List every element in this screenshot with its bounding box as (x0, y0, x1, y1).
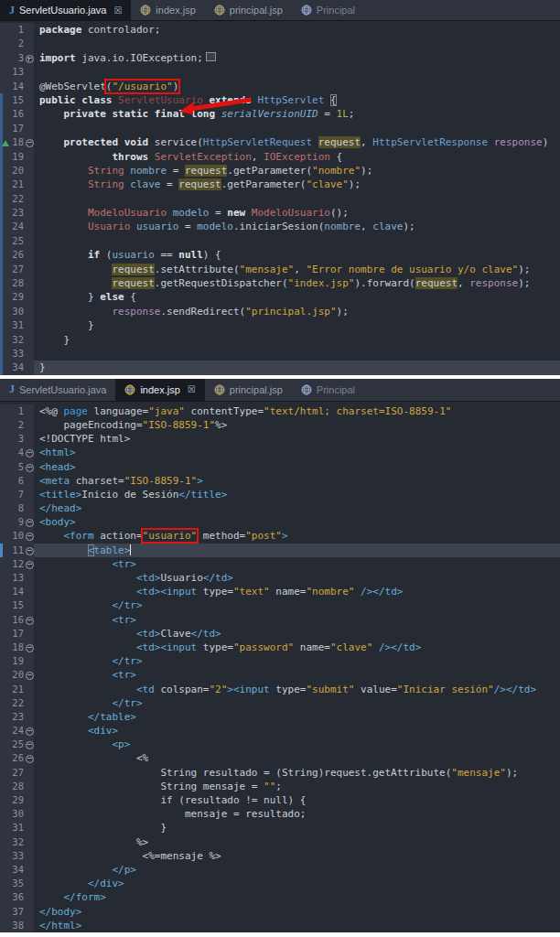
code-line[interactable]: 30 response.sendRedirect("principal.jsp"… (0, 305, 560, 318)
fold-expanded-marker[interactable] (26, 519, 34, 527)
code-text[interactable]: request.getRequestDispatcher("index.jsp"… (34, 276, 560, 290)
code-line[interactable]: 32 } (0, 333, 560, 347)
fold-expanded-marker[interactable] (26, 617, 34, 625)
code-line[interactable]: 21 String clave = request.getParameter("… (0, 178, 560, 191)
code-text[interactable]: } (34, 821, 560, 835)
code-text[interactable]: <%=mensaje %> (34, 849, 560, 863)
code-line[interactable]: 13 <td>Usuario</td> (0, 571, 560, 585)
code-text[interactable]: </div> (34, 877, 560, 890)
code-text[interactable]: </tr> (34, 654, 560, 668)
code-text[interactable]: <!DOCTYPE html> (34, 432, 560, 446)
code-line[interactable]: 27 String resultado = (String)request.ge… (0, 766, 560, 780)
code-text[interactable] (34, 192, 560, 206)
code-text[interactable]: private static final long serialVersionU… (34, 107, 560, 121)
code-line[interactable]: 38</html> (0, 919, 560, 932)
tab-close-icon[interactable]: ☒ (113, 5, 122, 16)
code-line[interactable]: 26 if (usuario == null) { (0, 248, 560, 262)
code-line[interactable]: 21 <td colspan="2"><input type="submit" … (0, 683, 560, 696)
code-line[interactable]: 8</head> (0, 501, 560, 515)
code-text[interactable]: </html> (34, 919, 560, 932)
code-text[interactable]: </form> (34, 890, 560, 904)
fold-expanded-marker[interactable] (26, 449, 34, 458)
code-line[interactable]: 31 } (0, 821, 560, 835)
code-line[interactable]: 31 } (0, 318, 560, 332)
code-line[interactable]: 10 <form action="usuario" method="post"> (0, 529, 560, 543)
code-text[interactable]: Usuario usuario = modelo.iniciarSesion(n… (34, 220, 560, 233)
code-text[interactable]: <td><input type="password" name="clave" … (34, 641, 560, 654)
tab-index-jsp[interactable]: index.jsp (131, 0, 204, 20)
tab-principal-jsp[interactable]: principal.jsp (205, 0, 292, 20)
fold-expanded-marker[interactable] (26, 672, 34, 680)
code-text[interactable]: <body> (34, 515, 560, 529)
code-line[interactable]: 20 <tr> (0, 668, 560, 682)
code-line[interactable]: 18 protected void service(HttpServletReq… (0, 135, 560, 149)
code-line[interactable]: 34 </p> (0, 863, 560, 877)
code-line[interactable]: 5<head> (0, 460, 560, 474)
code-line[interactable]: 36 </form> (0, 890, 560, 904)
code-text[interactable]: <meta charset="ISO-8859-1"> (34, 474, 560, 488)
code-text[interactable]: } else { (34, 290, 560, 304)
code-text[interactable]: %> (34, 835, 560, 849)
code-line[interactable]: 13 (0, 65, 560, 79)
code-text[interactable]: <td><input type="text" name="nombre" /><… (34, 585, 560, 598)
tab-servletusuario-java[interactable]: JServletUsuario.java (0, 379, 115, 401)
code-text[interactable]: } (34, 361, 560, 374)
code-line[interactable]: 4<html> (0, 446, 560, 459)
code-line[interactable]: 27 request.setAttribute("mensaje", "Erro… (0, 263, 560, 276)
code-text[interactable]: @WebServlet("/usuario") (34, 80, 560, 93)
code-text[interactable]: protected void service(HttpServletReques… (34, 135, 560, 149)
code-line[interactable]: 23 </table> (0, 710, 560, 724)
code-line[interactable]: 2 (0, 37, 560, 50)
code-line[interactable]: 33 <%=mensaje %> (0, 849, 560, 863)
code-text[interactable]: <div> (34, 724, 560, 738)
code-text[interactable]: mensaje = resultado; (34, 807, 560, 821)
code-line[interactable]: 1<%@ page language="java" contentType="t… (0, 404, 560, 418)
code-line[interactable]: 30 mensaje = resultado; (0, 807, 560, 821)
code-line[interactable]: 20 String nombre = request.getParameter(… (0, 164, 560, 178)
code-text[interactable]: <p> (34, 738, 560, 751)
code-text[interactable]: <table> (34, 544, 560, 557)
code-text[interactable]: response.sendRedirect("principal.jsp"); (34, 305, 560, 318)
code-text[interactable]: </p> (34, 863, 560, 877)
tab-servletusuario-java[interactable]: JServletUsuario.java☒ (0, 0, 131, 20)
code-text[interactable]: if (resultado != null) { (34, 793, 560, 807)
code-text[interactable]: import java.io.IOException; (34, 51, 560, 65)
code-text[interactable]: <%@ page language="java" contentType="te… (34, 404, 560, 418)
code-line[interactable]: 3<!DOCTYPE html> (0, 432, 560, 446)
code-text[interactable]: <title>Inicio de Sesión</title> (34, 488, 560, 501)
code-line[interactable]: 15 </tr> (0, 598, 560, 612)
code-text[interactable]: String resultado = (String)request.getAt… (34, 766, 560, 780)
code-text[interactable]: <tr> (34, 613, 560, 627)
code-text[interactable]: ModeloUsuario modelo = new ModeloUsuario… (34, 206, 560, 220)
code-text[interactable]: throws ServletException, IOException { (34, 150, 560, 164)
code-line[interactable]: 17 <td>Clave</td> (0, 627, 560, 641)
tab-index-jsp[interactable]: index.jsp☒ (115, 379, 204, 401)
code-line[interactable]: 17 (0, 122, 560, 135)
code-line[interactable]: 15public class ServletUsuario extends Ht… (0, 93, 560, 107)
code-line[interactable]: 1package controlador; (0, 23, 560, 37)
code-line[interactable]: 14@WebServlet("/usuario") (0, 80, 560, 93)
tab-close-icon[interactable]: ☒ (188, 384, 196, 394)
code-text[interactable]: <tr> (34, 668, 560, 682)
code-line[interactable]: 14 <td><input type="text" name="nombre" … (0, 585, 560, 598)
code-text[interactable]: if (usuario == null) { (34, 248, 560, 262)
code-line[interactable]: 19 </tr> (0, 654, 560, 668)
code-line[interactable]: 24 <div> (0, 724, 560, 738)
code-line[interactable]: 32 %> (0, 835, 560, 849)
fold-expanded-marker[interactable] (26, 139, 34, 147)
folded-region-icon[interactable] (206, 52, 216, 61)
fold-expanded-marker[interactable] (26, 533, 34, 541)
code-text[interactable]: </table> (34, 710, 560, 724)
code-text[interactable] (34, 347, 560, 361)
code-text[interactable]: } (34, 318, 560, 332)
code-line[interactable]: 12 <tr> (0, 557, 560, 571)
code-text[interactable]: String mensaje = ""; (34, 780, 560, 793)
code-text[interactable]: </body> (34, 905, 560, 919)
code-text[interactable]: <form action="usuario" method="post"> (34, 529, 560, 543)
code-line[interactable]: 9<body> (0, 515, 560, 529)
code-text[interactable]: </tr> (34, 598, 560, 612)
code-line[interactable]: 29 } else { (0, 290, 560, 304)
fold-expanded-marker[interactable] (26, 644, 34, 652)
code-line[interactable]: 25 <p> (0, 738, 560, 751)
code-line[interactable]: 18 <td><input type="password" name="clav… (0, 641, 560, 654)
